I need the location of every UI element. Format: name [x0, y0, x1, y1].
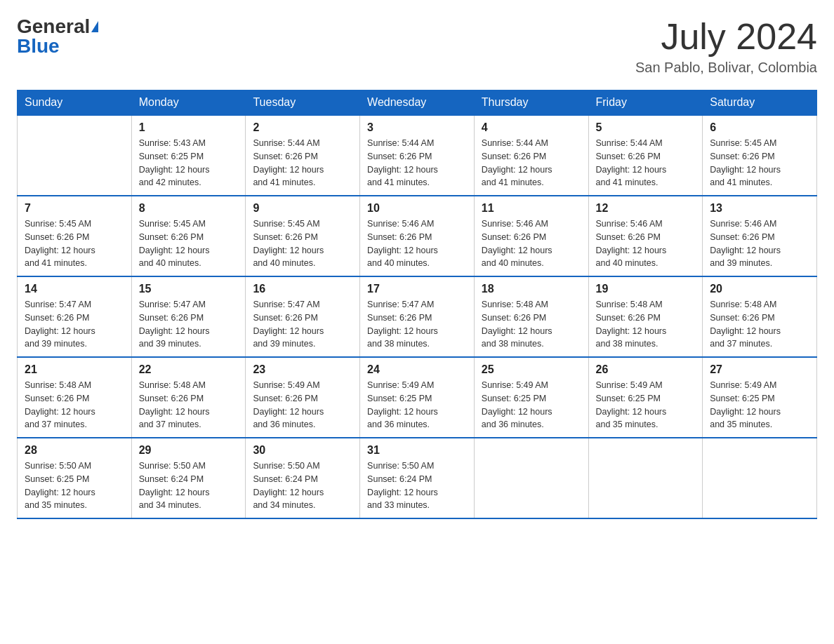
calendar-cell: 27Sunrise: 5:49 AMSunset: 6:25 PMDayligh… — [703, 357, 817, 438]
day-info: Sunrise: 5:48 AMSunset: 6:26 PMDaylight:… — [710, 298, 809, 351]
calendar-day-header: Monday — [131, 90, 246, 116]
day-number: 15 — [139, 283, 239, 295]
day-number: 8 — [139, 202, 239, 215]
day-number: 26 — [596, 363, 696, 376]
day-number: 19 — [596, 283, 696, 295]
calendar-week-row: 28Sunrise: 5:50 AMSunset: 6:25 PMDayligh… — [18, 438, 817, 518]
calendar-cell: 25Sunrise: 5:49 AMSunset: 6:25 PMDayligh… — [474, 357, 588, 438]
day-info: Sunrise: 5:45 AMSunset: 6:26 PMDaylight:… — [253, 217, 352, 270]
day-info: Sunrise: 5:47 AMSunset: 6:26 PMDaylight:… — [139, 298, 239, 351]
logo-triangle-icon — [91, 21, 98, 32]
calendar-cell: 7Sunrise: 5:45 AMSunset: 6:26 PMDaylight… — [18, 196, 132, 276]
calendar-day-header: Friday — [588, 90, 703, 116]
day-info: Sunrise: 5:44 AMSunset: 6:26 PMDaylight:… — [596, 137, 696, 189]
day-number: 1 — [139, 121, 239, 134]
day-info: Sunrise: 5:48 AMSunset: 6:26 PMDaylight:… — [596, 298, 696, 351]
day-number: 9 — [253, 202, 352, 215]
day-number: 6 — [710, 121, 809, 134]
day-number: 4 — [482, 121, 581, 134]
day-info: Sunrise: 5:47 AMSunset: 6:26 PMDaylight:… — [253, 298, 352, 351]
calendar-cell: 5Sunrise: 5:44 AMSunset: 6:26 PMDaylight… — [588, 115, 703, 196]
day-number: 17 — [367, 283, 467, 295]
calendar-cell: 1Sunrise: 5:43 AMSunset: 6:25 PMDaylight… — [131, 115, 246, 196]
day-info: Sunrise: 5:45 AMSunset: 6:26 PMDaylight:… — [710, 137, 809, 189]
day-info: Sunrise: 5:46 AMSunset: 6:26 PMDaylight:… — [482, 217, 581, 270]
day-number: 22 — [139, 363, 239, 376]
day-number: 5 — [596, 121, 696, 134]
day-number: 23 — [253, 363, 352, 376]
calendar-cell: 9Sunrise: 5:45 AMSunset: 6:26 PMDaylight… — [246, 196, 360, 276]
calendar-cell: 23Sunrise: 5:49 AMSunset: 6:26 PMDayligh… — [246, 357, 360, 438]
calendar-cell: 26Sunrise: 5:49 AMSunset: 6:25 PMDayligh… — [588, 357, 703, 438]
day-number: 25 — [482, 363, 581, 376]
month-year-title: July 2024 — [635, 17, 817, 57]
day-info: Sunrise: 5:44 AMSunset: 6:26 PMDaylight:… — [253, 137, 352, 189]
calendar-day-header: Saturday — [703, 90, 817, 116]
calendar-body: 1Sunrise: 5:43 AMSunset: 6:25 PMDaylight… — [18, 115, 817, 518]
calendar-cell: 12Sunrise: 5:46 AMSunset: 6:26 PMDayligh… — [588, 196, 703, 276]
calendar-cell: 2Sunrise: 5:44 AMSunset: 6:26 PMDaylight… — [246, 115, 360, 196]
calendar-cell: 13Sunrise: 5:46 AMSunset: 6:26 PMDayligh… — [703, 196, 817, 276]
logo-general: General — [17, 17, 90, 36]
day-info: Sunrise: 5:50 AMSunset: 6:25 PMDaylight:… — [25, 459, 124, 512]
calendar-cell: 10Sunrise: 5:46 AMSunset: 6:26 PMDayligh… — [360, 196, 475, 276]
calendar-cell: 15Sunrise: 5:47 AMSunset: 6:26 PMDayligh… — [131, 276, 246, 357]
calendar-cell: 29Sunrise: 5:50 AMSunset: 6:24 PMDayligh… — [131, 438, 246, 518]
day-info: Sunrise: 5:47 AMSunset: 6:26 PMDaylight:… — [367, 298, 467, 351]
day-number: 13 — [710, 202, 809, 215]
day-info: Sunrise: 5:49 AMSunset: 6:25 PMDaylight:… — [710, 379, 809, 431]
calendar-cell: 8Sunrise: 5:45 AMSunset: 6:26 PMDaylight… — [131, 196, 246, 276]
day-info: Sunrise: 5:48 AMSunset: 6:26 PMDaylight:… — [139, 379, 239, 431]
day-number: 31 — [367, 444, 467, 457]
title-block: July 2024 San Pablo, Bolivar, Colombia — [635, 17, 817, 76]
location-subtitle: San Pablo, Bolivar, Colombia — [635, 60, 817, 76]
day-number: 27 — [710, 363, 809, 376]
calendar-cell: 21Sunrise: 5:48 AMSunset: 6:26 PMDayligh… — [18, 357, 132, 438]
calendar-cell — [18, 115, 132, 196]
day-info: Sunrise: 5:46 AMSunset: 6:26 PMDaylight:… — [596, 217, 696, 270]
calendar-cell: 20Sunrise: 5:48 AMSunset: 6:26 PMDayligh… — [703, 276, 817, 357]
calendar-table: SundayMondayTuesdayWednesdayThursdayFrid… — [17, 90, 817, 519]
calendar-cell: 31Sunrise: 5:50 AMSunset: 6:24 PMDayligh… — [360, 438, 475, 518]
day-info: Sunrise: 5:50 AMSunset: 6:24 PMDaylight:… — [367, 459, 467, 512]
day-info: Sunrise: 5:48 AMSunset: 6:26 PMDaylight:… — [482, 298, 581, 351]
calendar-cell: 14Sunrise: 5:47 AMSunset: 6:26 PMDayligh… — [18, 276, 132, 357]
calendar-cell: 4Sunrise: 5:44 AMSunset: 6:26 PMDaylight… — [474, 115, 588, 196]
calendar-day-header: Thursday — [474, 90, 588, 116]
calendar-cell: 16Sunrise: 5:47 AMSunset: 6:26 PMDayligh… — [246, 276, 360, 357]
day-info: Sunrise: 5:48 AMSunset: 6:26 PMDaylight:… — [25, 379, 124, 431]
calendar-cell: 30Sunrise: 5:50 AMSunset: 6:24 PMDayligh… — [246, 438, 360, 518]
day-number: 11 — [482, 202, 581, 215]
day-number: 21 — [25, 363, 124, 376]
day-info: Sunrise: 5:45 AMSunset: 6:26 PMDaylight:… — [139, 217, 239, 270]
day-number: 10 — [367, 202, 467, 215]
calendar-cell — [703, 438, 817, 518]
calendar-week-row: 21Sunrise: 5:48 AMSunset: 6:26 PMDayligh… — [18, 357, 817, 438]
calendar-cell: 11Sunrise: 5:46 AMSunset: 6:26 PMDayligh… — [474, 196, 588, 276]
day-info: Sunrise: 5:44 AMSunset: 6:26 PMDaylight:… — [367, 137, 467, 189]
day-number: 24 — [367, 363, 467, 376]
day-number: 14 — [25, 283, 124, 295]
day-info: Sunrise: 5:46 AMSunset: 6:26 PMDaylight:… — [367, 217, 467, 270]
logo: General Blue — [17, 17, 98, 56]
day-number: 3 — [367, 121, 467, 134]
day-info: Sunrise: 5:50 AMSunset: 6:24 PMDaylight:… — [253, 459, 352, 512]
day-number: 7 — [25, 202, 124, 215]
day-info: Sunrise: 5:50 AMSunset: 6:24 PMDaylight:… — [139, 459, 239, 512]
calendar-day-header: Tuesday — [246, 90, 360, 116]
day-info: Sunrise: 5:44 AMSunset: 6:26 PMDaylight:… — [482, 137, 581, 189]
calendar-cell: 3Sunrise: 5:44 AMSunset: 6:26 PMDaylight… — [360, 115, 475, 196]
calendar-day-header: Sunday — [18, 90, 132, 116]
day-number: 18 — [482, 283, 581, 295]
day-info: Sunrise: 5:47 AMSunset: 6:26 PMDaylight:… — [25, 298, 124, 351]
calendar-cell: 28Sunrise: 5:50 AMSunset: 6:25 PMDayligh… — [18, 438, 132, 518]
day-info: Sunrise: 5:49 AMSunset: 6:25 PMDaylight:… — [482, 379, 581, 431]
day-number: 30 — [253, 444, 352, 457]
calendar-cell: 17Sunrise: 5:47 AMSunset: 6:26 PMDayligh… — [360, 276, 475, 357]
calendar-cell: 6Sunrise: 5:45 AMSunset: 6:26 PMDaylight… — [703, 115, 817, 196]
calendar-cell: 22Sunrise: 5:48 AMSunset: 6:26 PMDayligh… — [131, 357, 246, 438]
page-header: General Blue July 2024 San Pablo, Boliva… — [17, 17, 817, 76]
day-number: 16 — [253, 283, 352, 295]
day-number: 2 — [253, 121, 352, 134]
calendar-week-row: 14Sunrise: 5:47 AMSunset: 6:26 PMDayligh… — [18, 276, 817, 357]
